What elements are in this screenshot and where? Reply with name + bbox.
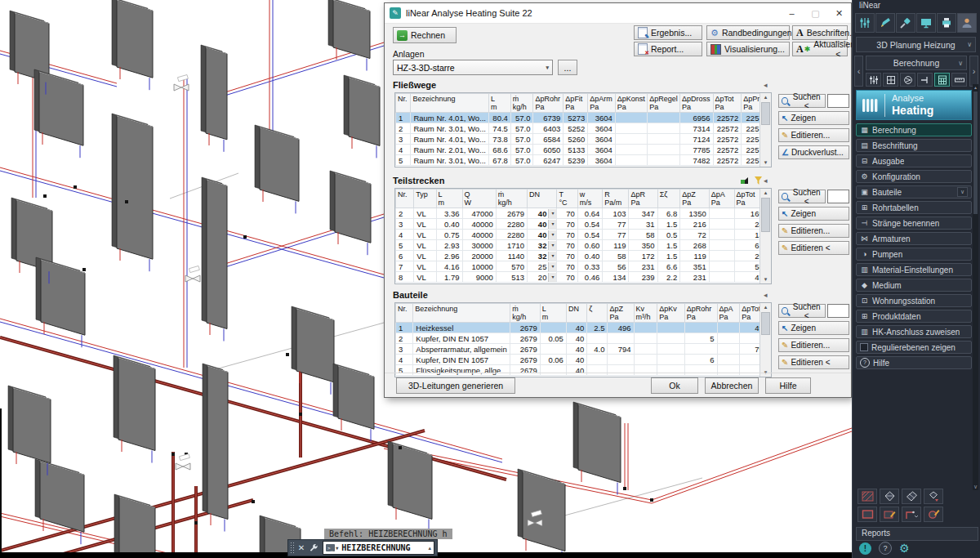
column-header[interactable]: ΔpZPa [608, 304, 634, 323]
collapse-icon[interactable]: ◂ [764, 291, 768, 299]
monitor-icon[interactable] [916, 13, 936, 33]
sidebar-item-regulierebenen-zeigen[interactable]: Regulierebenen zeigen [856, 341, 972, 354]
anlagen-browse-button[interactable]: ... [558, 60, 577, 75]
column-header[interactable]: Nr. [396, 94, 411, 113]
command-close-icon[interactable]: ✕ [296, 543, 307, 552]
randbedingungen-button[interactable]: ⚙Randbedingungen... [706, 25, 790, 40]
column-header[interactable]: ṁkg/h [510, 304, 541, 323]
fliesswege-search-input[interactable] [827, 94, 849, 108]
teilstrecken-search-input[interactable] [827, 190, 849, 203]
column-header[interactable]: ΔpAPa [709, 190, 734, 208]
teilstrecken-zeigen-button[interactable]: ↖Zeigen [778, 207, 849, 221]
section-reports[interactable]: Reports [856, 527, 978, 541]
sidebar-item-material-einstellungen[interactable]: ▥Material-Einstellungen [856, 263, 972, 276]
scroll-thumb[interactable] [973, 92, 978, 214]
column-header[interactable]: ΔpZPa [680, 190, 710, 208]
column-header[interactable]: ΔpFitPa [564, 94, 588, 113]
table-row[interactable]: 5VL2.9330000171032▾700.601193501.5268618 [396, 240, 771, 251]
close-button[interactable]: ✕ [827, 3, 851, 23]
help-icon[interactable]: ? [879, 542, 892, 555]
table-row[interactable]: 4VL0.7540000228040▾700.5477580.572130 [396, 230, 771, 240]
command-expand-icon[interactable]: ▴ [428, 545, 431, 551]
aktualisieren-button[interactable]: A✱Aktualisieren < [792, 42, 848, 56]
sidebar-item-hilfe[interactable]: ?Hilfe [856, 356, 972, 369]
table-row[interactable]: 5Raum Nr. 3.01, Wo...67.857.062475239360… [396, 155, 771, 166]
sidebar-item-rohrtabellen[interactable]: ⊞Rohrtabellen [856, 201, 972, 214]
column-header[interactable]: Lm [436, 190, 462, 208]
palette-scrollbar[interactable]: ▴ ∨ [973, 84, 978, 490]
rect-edit-icon[interactable] [880, 507, 899, 522]
column-header[interactable]: ΔpAPa [717, 304, 740, 323]
scroll-up-icon[interactable]: ▴ [973, 84, 978, 90]
collapse-icon[interactable]: ◂ [764, 176, 768, 185]
column-header[interactable]: T°C [557, 190, 577, 208]
column-header[interactable]: ΔpKvPa [657, 304, 685, 323]
hatch-icon[interactable] [858, 489, 877, 504]
column-header[interactable]: ΔpArmPa [588, 94, 616, 113]
ruler-icon[interactable] [951, 73, 967, 87]
category-next-button[interactable]: › [969, 56, 978, 87]
chevron-down-icon[interactable]: ∨ [957, 187, 968, 197]
circle-edit-icon[interactable] [924, 507, 943, 522]
dn-dropdown-icon[interactable]: ▾ [548, 220, 556, 229]
ok-button[interactable]: Ok [651, 377, 698, 394]
column-header[interactable]: Lm [488, 94, 510, 113]
table-row[interactable]: 7VL4.161000057025▾700.33562316.6351582 [396, 261, 771, 272]
screwdriver-icon[interactable] [896, 13, 915, 33]
column-header[interactable]: ΔpKonstPa [615, 94, 647, 113]
category-select[interactable]: Berechnung ∨ [866, 56, 967, 70]
corner-line-icon[interactable] [902, 507, 921, 522]
dn-dropdown-icon[interactable]: ▾ [548, 230, 556, 239]
table-row[interactable]: 8VL1.79900051320▾700.461342392.2231471 [396, 272, 771, 283]
table-row[interactable]: 1Raum Nr. 4.01, Wo...80.457.067395273360… [396, 113, 771, 123]
fliesswege-scrollbar[interactable]: ▴▾ [760, 93, 771, 167]
column-header[interactable]: QW [462, 190, 496, 208]
table-row[interactable]: 4Kupfer, DIN EN 105726790.064066 [396, 355, 771, 365]
wrench-icon[interactable] [307, 543, 320, 553]
info-icon[interactable]: ! [859, 542, 871, 555]
checkbox[interactable] [860, 343, 868, 351]
column-header[interactable]: ΔpRPa [629, 190, 657, 208]
column-header[interactable]: Bezeichnung [413, 304, 510, 323]
column-header[interactable]: ΔpDrossPa [680, 94, 714, 113]
table-row[interactable]: 6VL2.9620000114032▾700.40581721.5119291 [396, 251, 771, 261]
minimize-button[interactable]: – [780, 3, 804, 23]
sidebar-item-beschriftung[interactable]: ▤Beschriftung [856, 139, 972, 152]
hilfe-button[interactable]: Hilfe [765, 377, 811, 394]
red-rect-icon[interactable] [858, 507, 877, 522]
dn-dropdown-icon[interactable]: ▾ [548, 252, 556, 261]
dn-dropdown-icon[interactable]: ▾ [548, 273, 556, 282]
filter-icon[interactable] [753, 176, 764, 185]
fliesswege-zeigen-button[interactable]: ↖Zeigen [778, 111, 849, 125]
column-header[interactable]: RPa/m [603, 190, 629, 208]
table-row[interactable]: 3VL0.4040000228040▾700.5477311.5216247 [396, 219, 771, 230]
sidebar-item-produktdaten[interactable]: ⊞Produktdaten [856, 310, 972, 323]
sidebar-item-wohnungsstation[interactable]: ⊡Wohnungsstation [856, 294, 972, 307]
teilstrecken-suchen-button[interactable]: Suchen < [778, 190, 826, 203]
bauteile-zeigen-button[interactable]: ↖Zeigen [778, 321, 849, 335]
column-header[interactable]: DN [528, 190, 557, 208]
fliesswege-editieren-button[interactable]: ✎Editieren... [778, 128, 849, 142]
column-header[interactable]: Kvm³/h [634, 304, 657, 323]
teilstrecken-editieren-direkt-button[interactable]: ✎Editieren < [778, 241, 849, 255]
calculator-icon[interactable] [934, 73, 950, 87]
column-header[interactable]: wm/s [577, 190, 603, 208]
bauteile-scrollbar[interactable]: ▴▾ [760, 303, 771, 377]
table-row[interactable]: 4Raum Nr. 2.01, Wo...68.657.060505133360… [396, 145, 771, 155]
bauteile-editieren-direkt-button[interactable]: ✎Editieren < [778, 355, 849, 369]
column-header[interactable]: ṁkg/h [510, 94, 533, 113]
gem-down-icon[interactable] [924, 489, 943, 504]
category-prev-button[interactable]: ‹ [854, 56, 863, 87]
scroll-down-icon[interactable]: ∨ [973, 484, 978, 490]
sidebar-item-bauteile[interactable]: ▣Bauteile∨ [856, 185, 972, 199]
table-row[interactable]: 3Raum Nr. 4.01, Wo...73.857.065845260360… [396, 134, 771, 145]
sliders-icon[interactable] [866, 73, 881, 87]
column-header[interactable]: ΔpRegelPa [648, 94, 680, 113]
sidebar-item-str-nge-benennen[interactable]: ⊣Stränge benennen [856, 217, 972, 230]
dn-dropdown-icon[interactable]: ▾ [548, 262, 556, 271]
fliesswege-suchen-button[interactable]: Suchen < [778, 94, 826, 108]
report-button[interactable]: ✕Report... [634, 42, 702, 56]
pump-icon[interactable] [900, 73, 915, 87]
mode-select[interactable]: 3D Planung Heizung ∨ [856, 37, 976, 52]
collapse-icon[interactable]: ◂ [764, 81, 768, 89]
